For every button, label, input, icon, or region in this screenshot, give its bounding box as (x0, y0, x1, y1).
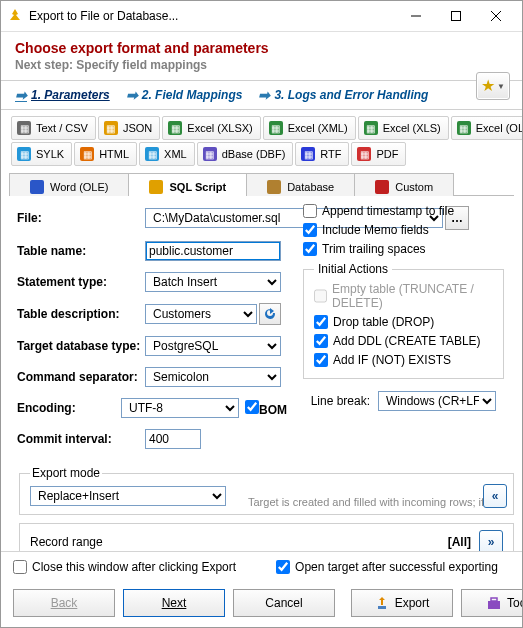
format-buttons: ▦Text / CSV▦JSON▦Excel (XLSX)▦Excel (XML… (1, 112, 522, 168)
page-subtitle: Next step: Specify field mappings (15, 58, 508, 72)
format-icon: ▦ (168, 121, 182, 135)
format-icon: ▦ (80, 147, 94, 161)
wizard-tab-parameters[interactable]: ➡1. Parameters (15, 87, 110, 103)
commit-input[interactable] (145, 429, 201, 449)
export-mode-legend: Export mode (30, 466, 102, 480)
tools-button[interactable]: Tools▼ (461, 589, 523, 617)
maximize-button[interactable] (436, 2, 476, 30)
append-timestamp-label: Append timestamp to file (322, 204, 454, 218)
export-mode-hint: Target is created and filled with incomi… (248, 496, 493, 508)
format-dbase-dbf-[interactable]: ▦dBase (DBF) (197, 142, 294, 166)
format-icon: ▦ (104, 121, 118, 135)
cancel-button[interactable]: Cancel (233, 589, 335, 617)
add-ddl-label: Add DDL (CREATE TABLE) (333, 334, 481, 348)
format-excel-xls-[interactable]: ▦Excel (XLS) (358, 116, 449, 140)
trim-checkbox[interactable] (303, 242, 317, 256)
format-sylk[interactable]: ▦SYLK (11, 142, 72, 166)
format-label: XML (164, 148, 187, 160)
format-xml[interactable]: ▦XML (139, 142, 195, 166)
open-target-checkbox[interactable] (276, 560, 290, 574)
commit-label: Commit interval: (17, 432, 145, 446)
right-column: Append timestamp to file Include Memo fi… (303, 204, 504, 419)
export-mode-group: Export mode Replace+Insert Target is cre… (19, 466, 514, 515)
format-label: HTML (99, 148, 129, 160)
table-desc-reload-button[interactable] (259, 303, 281, 325)
form-area: File: C:\MyData\customer.sql … Table nam… (1, 196, 522, 551)
drop-table-label: Drop table (DROP) (333, 315, 434, 329)
divider (1, 80, 522, 81)
subtab-custom[interactable]: Custom (354, 173, 454, 196)
empty-table-label: Empty table (TRUNCATE / DELETE) (332, 282, 495, 310)
next-button[interactable]: Next (123, 589, 225, 617)
format-label: Excel (XLSX) (187, 122, 252, 134)
svg-rect-2 (488, 601, 500, 609)
cmd-sep-select[interactable]: Semicolon (145, 367, 281, 387)
wizard-tabs: ➡1. Parameters ➡2. Field Mappings ➡3. Lo… (1, 83, 522, 105)
minimize-button[interactable] (396, 2, 436, 30)
format-excel-xml-[interactable]: ▦Excel (XML) (263, 116, 356, 140)
trim-label: Trim trailing spaces (322, 242, 426, 256)
title-bar: Export to File or Database... (1, 1, 522, 32)
initial-actions-legend: Initial Actions (314, 262, 392, 276)
line-break-label: Line break: (311, 394, 370, 408)
target-db-label: Target database type: (17, 339, 145, 353)
initial-actions-group: Initial Actions Empty table (TRUNCATE / … (303, 262, 504, 379)
format-text-csv[interactable]: ▦Text / CSV (11, 116, 96, 140)
subtab-database[interactable]: Database (246, 173, 355, 196)
add-if-checkbox[interactable] (314, 353, 328, 367)
subtab-word-ole-[interactable]: Word (OLE) (9, 173, 129, 196)
page-title: Choose export format and parameters (15, 40, 508, 56)
line-break-select[interactable]: Windows (CR+LF) (378, 391, 496, 411)
record-range-row: Record range [All] » (19, 523, 514, 551)
close-after-label: Close this window after clicking Export (32, 560, 236, 574)
wizard-tab-field-mappings[interactable]: ➡2. Field Mappings (126, 87, 243, 103)
subtab-sql-script[interactable]: SQL Script (128, 173, 247, 196)
refresh-icon (263, 307, 277, 321)
add-if-label: Add IF (NOT) EXISTS (333, 353, 451, 367)
export-button[interactable]: Export (351, 589, 453, 617)
statement-type-select[interactable]: Batch Insert (145, 272, 281, 292)
add-ddl-checkbox[interactable] (314, 334, 328, 348)
close-after-checkbox[interactable] (13, 560, 27, 574)
format-label: RTF (320, 148, 341, 160)
close-button[interactable] (476, 2, 516, 30)
statement-type-label: Statement type: (17, 275, 145, 289)
svg-rect-3 (491, 598, 497, 601)
back-button[interactable]: Back (13, 589, 115, 617)
toolbox-icon (487, 596, 501, 610)
header: Choose export format and parameters Next… (1, 32, 522, 76)
footer: Close this window after clicking Export … (1, 551, 522, 627)
append-timestamp-checkbox[interactable] (303, 204, 317, 218)
target-db-select[interactable]: PostgreSQL (145, 336, 281, 356)
format-icon: ▦ (269, 121, 283, 135)
bom-label: BOM (259, 403, 287, 417)
wizard-tab-logs[interactable]: ➡3. Logs and Error Handling (258, 87, 428, 103)
sub-tabs: Word (OLE)SQL ScriptDatabaseCustom (9, 172, 514, 196)
subtab-icon (267, 180, 281, 194)
bom-checkbox[interactable] (245, 400, 259, 414)
table-name-label: Table name: (17, 244, 145, 258)
encoding-select[interactable]: UTF-8 (121, 398, 239, 418)
format-icon: ▦ (145, 147, 159, 161)
drop-table-checkbox[interactable] (314, 315, 328, 329)
subtab-label: Custom (395, 181, 433, 193)
format-icon: ▦ (301, 147, 315, 161)
format-excel-ole-[interactable]: ▦Excel (OLE) (451, 116, 523, 140)
format-pdf[interactable]: ▦PDF (351, 142, 406, 166)
table-desc-select[interactable]: Customers (145, 304, 257, 324)
format-json[interactable]: ▦JSON (98, 116, 160, 140)
format-excel-xlsx-[interactable]: ▦Excel (XLSX) (162, 116, 260, 140)
include-memo-label: Include Memo fields (322, 223, 429, 237)
format-rtf[interactable]: ▦RTF (295, 142, 349, 166)
record-range-expand-button[interactable]: » (479, 530, 503, 551)
format-label: PDF (376, 148, 398, 160)
include-memo-checkbox[interactable] (303, 223, 317, 237)
format-label: Excel (OLE) (476, 122, 523, 134)
table-name-input[interactable] (145, 241, 281, 261)
export-mode-select[interactable]: Replace+Insert (30, 486, 226, 506)
favorites-button[interactable]: ★▼ (476, 72, 510, 100)
format-html[interactable]: ▦HTML (74, 142, 137, 166)
divider (1, 109, 522, 110)
export-mode-expand-button[interactable]: « (483, 484, 507, 508)
format-icon: ▦ (357, 147, 371, 161)
